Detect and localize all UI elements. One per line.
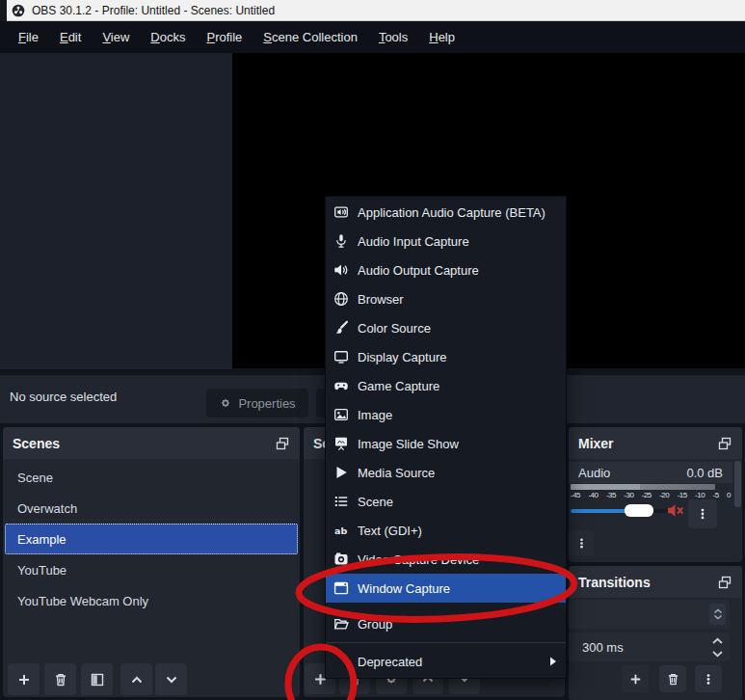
mixer-scrollbar[interactable]	[734, 461, 741, 507]
menu-bar: File Edit View Docks Profile Scene Colle…	[0, 21, 745, 53]
properties-label: Properties	[238, 396, 295, 411]
menu-tools[interactable]: Tools	[368, 23, 418, 51]
menu-help[interactable]: Help	[418, 23, 466, 51]
menu-edit[interactable]: Edit	[49, 23, 92, 51]
no-source-selected-label: No source selected	[10, 390, 117, 404]
filter-icon	[90, 672, 105, 687]
add-transition-button[interactable]	[622, 665, 649, 692]
obs-logo-icon	[12, 4, 25, 17]
menu-item-image[interactable]: Image	[326, 400, 566, 429]
menu-docks[interactable]: Docks	[140, 23, 196, 51]
db-tick: -25	[642, 491, 652, 499]
browser-icon	[333, 291, 349, 307]
group-icon	[333, 616, 349, 632]
menu-item-group[interactable]: Group	[326, 609, 566, 638]
transition-duration-value: 300 ms	[582, 640, 624, 655]
preview-letterbox	[0, 53, 232, 369]
db-tick: -35	[606, 491, 616, 499]
menu-item-deprecated[interactable]: Deprecated	[326, 647, 566, 676]
mixer-channel-row: Audio 0.0 dB	[569, 462, 732, 483]
menu-item-browser[interactable]: Browser	[326, 284, 566, 313]
image-icon	[333, 407, 349, 422]
gear-icon	[219, 396, 232, 410]
db-tick: 0	[727, 491, 731, 499]
menu-item-audio-output-capture[interactable]: Audio Output Capture	[326, 256, 566, 284]
scene-item-example[interactable]: Example	[5, 524, 298, 554]
mute-speaker-icon[interactable]	[667, 502, 685, 519]
scenes-panel: Scenes Scene Overwatch Example YouTube Y…	[3, 427, 300, 697]
move-scene-down-button[interactable]	[155, 663, 187, 695]
chevron-down-icon	[713, 614, 723, 620]
menu-item-window-capture[interactable]: Window Capture	[326, 574, 566, 603]
scene-list: Scene Overwatch Example YouTube YouTube …	[3, 459, 300, 616]
chevron-down-icon	[711, 650, 724, 658]
menu-view[interactable]: View	[92, 23, 140, 51]
submenu-arrow-icon	[549, 657, 557, 666]
transition-select[interactable]	[569, 600, 730, 629]
menu-item-game-capture[interactable]: Game Capture	[326, 371, 566, 400]
menu-item-scene[interactable]: Scene	[326, 487, 566, 516]
menu-item-video-capture-device[interactable]: Video Capture Device	[326, 545, 566, 574]
scene-filters-button[interactable]	[81, 663, 113, 695]
scenes-panel-header: Scenes	[3, 427, 300, 459]
game-capture-icon	[333, 378, 349, 393]
menu-file[interactable]: File	[8, 23, 49, 51]
move-scene-up-button[interactable]	[120, 663, 152, 695]
scene-item-youtube[interactable]: YouTube	[5, 554, 298, 585]
menu-item-image-slide-show[interactable]: Image Slide Show	[326, 429, 566, 458]
channel-level-db: 0.0 dB	[686, 466, 723, 480]
scenes-title: Scenes	[13, 436, 60, 451]
audio-input-capture-icon	[333, 233, 349, 249]
transitions-title: Transitions	[578, 575, 651, 590]
transition-select-spinner[interactable]	[709, 604, 726, 625]
window-capture-icon	[333, 580, 349, 596]
image-slide-show-icon	[333, 436, 349, 451]
db-tick: -10	[695, 491, 705, 499]
transitions-panel-header: Transitions	[569, 566, 742, 598]
properties-button[interactable]: Properties	[206, 389, 308, 417]
mixer-panel: Mixer Audio 0.0 dB -45-40-35-30-25-20-15…	[569, 427, 742, 562]
duration-spinner[interactable]	[708, 634, 726, 660]
menu-item-audio-input-capture[interactable]: Audio Input Capture	[326, 227, 566, 256]
title-bar: OBS 30.1.2 - Profile: Untitled - Scenes:…	[0, 0, 745, 21]
audio-options-button[interactable]	[688, 499, 717, 528]
scene-item-scene[interactable]: Scene	[5, 462, 298, 493]
db-tick: -30	[624, 491, 633, 499]
window-edge	[0, 0, 7, 21]
transition-duration-field[interactable]: 300 ms	[569, 633, 730, 661]
popout-icon[interactable]	[717, 575, 732, 590]
scene-item-youtube-webcam-only[interactable]: YouTube Webcam Only	[5, 585, 298, 616]
add-scene-button[interactable]	[8, 663, 40, 695]
kebab-icon	[702, 672, 715, 687]
kebab-icon	[696, 506, 709, 522]
menu-item-color-source[interactable]: Color Source	[326, 313, 566, 342]
trash-icon	[53, 672, 68, 687]
popout-icon[interactable]	[275, 436, 290, 451]
chevron-up-icon	[711, 637, 724, 645]
menu-profile[interactable]: Profile	[196, 23, 253, 51]
db-tick: -15	[678, 491, 687, 499]
menu-item-application-audio-capture-beta[interactable]: Application Audio Capture (BETA)	[326, 198, 566, 227]
remove-scene-button[interactable]	[44, 663, 76, 695]
trash-icon	[666, 672, 680, 687]
db-scale: -45-40-35-30-25-20-15-10-50	[571, 491, 731, 499]
remove-transition-button[interactable]	[659, 665, 686, 692]
audio-level-meter	[571, 484, 715, 490]
kebab-icon	[575, 536, 588, 551]
menu-item-display-capture[interactable]: Display Capture	[326, 342, 566, 371]
plus-icon	[16, 672, 32, 687]
video-capture-device-icon	[333, 552, 349, 567]
db-tick: -45	[571, 491, 580, 499]
svg-text:ab: ab	[334, 525, 347, 536]
mixer-options-button[interactable]	[569, 530, 594, 556]
popout-icon[interactable]	[717, 436, 732, 451]
menu-item-media-source[interactable]: Media Source	[326, 458, 566, 487]
menu-scene-collection[interactable]: Scene Collection	[253, 23, 368, 51]
volume-slider-handle[interactable]	[625, 504, 653, 517]
scene-item-overwatch[interactable]: Overwatch	[5, 493, 298, 524]
scene-icon	[333, 494, 349, 509]
no-icon	[333, 654, 349, 669]
transition-options-button[interactable]	[695, 665, 722, 692]
window-title: OBS 30.1.2 - Profile: Untitled - Scenes:…	[32, 4, 275, 17]
menu-item-text-gdi[interactable]: ab Text (GDI+)	[326, 516, 566, 545]
